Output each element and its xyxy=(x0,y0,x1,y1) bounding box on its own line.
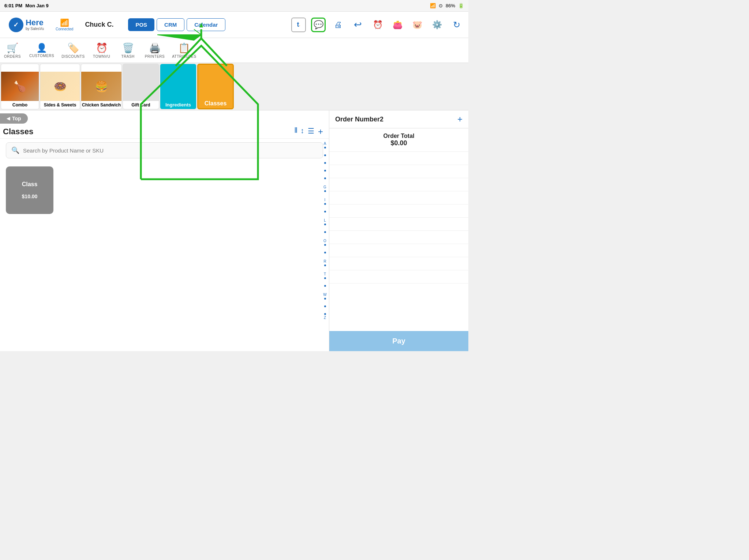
alpha-dot-13 xyxy=(324,264,326,266)
alpha-dot-17 xyxy=(324,305,326,307)
category-ingredients[interactable]: Ingredients xyxy=(160,64,196,109)
filter-icon[interactable]: ☰ xyxy=(308,127,314,137)
sort-icon[interactable]: ↕ xyxy=(300,127,304,137)
battery-display: 86% xyxy=(446,3,455,8)
discounts-icon: 🏷️ xyxy=(67,42,79,54)
order-line-7 xyxy=(329,231,468,244)
alpha-dot-11 xyxy=(324,244,326,246)
alpha-dot-3 xyxy=(324,162,326,164)
order-lines xyxy=(329,152,468,331)
receipt-icon[interactable]: 🖨 xyxy=(331,18,345,32)
category-combo-label: Combo xyxy=(1,101,39,109)
order-line-9 xyxy=(329,257,468,270)
section-tools: ||| ↕ ☰ + xyxy=(295,127,323,137)
orders-icon: 🛒 xyxy=(7,42,18,54)
toolbar-townvu[interactable]: ⏰ TOWNVU xyxy=(92,42,111,59)
date-display: Mon Jan 9 xyxy=(25,3,49,8)
customers-label: CUSTOMERS xyxy=(29,54,54,58)
main-area: Top Classes ||| ↕ ☰ + 🔍 Class $10.00 A B xyxy=(0,110,468,351)
alpha-dot-9 xyxy=(324,223,326,225)
alpha-dot-8 xyxy=(324,211,326,213)
wifi-indicator: 📶 xyxy=(430,3,436,8)
tab-calendar[interactable]: Calendar xyxy=(187,18,225,31)
attributes-icon: 📋 xyxy=(178,42,190,54)
alpha-dot-5 xyxy=(324,177,326,179)
piggy-icon[interactable]: 🐷 xyxy=(410,18,424,32)
customers-icon: 👤 xyxy=(36,43,47,53)
category-ingredients-label: Ingredients xyxy=(160,101,196,109)
t-icon[interactable]: t. xyxy=(291,18,306,32)
alpha-Z[interactable]: Z xyxy=(324,316,326,320)
alpha-G[interactable]: G xyxy=(323,185,326,189)
order-line-6 xyxy=(329,218,468,231)
townvu-label: TOWNVU xyxy=(93,55,110,59)
settings-icon[interactable]: ⚙️ xyxy=(430,18,444,32)
toolbar: 🛒 ORDERS 👤 CUSTOMERS 🏷️ DISCOUNTS ⏰ TOWN… xyxy=(0,38,468,63)
tab-crm[interactable]: CRM xyxy=(157,18,184,31)
category-classes[interactable]: Classes xyxy=(197,64,234,109)
toolbar-printers[interactable]: 🖨️ PRINTERS xyxy=(145,42,165,59)
category-chicken[interactable]: 🍔 Chicken Sandwich xyxy=(81,64,122,109)
alpha-dot-10 xyxy=(324,231,326,233)
order-header: Order Number2 + xyxy=(329,110,468,128)
products-grid: Class $10.00 xyxy=(0,162,329,218)
logo-area: ✓ Here by SalesVu xyxy=(4,18,48,32)
battery-icon: 🔋 xyxy=(458,3,464,8)
toolbar-attributes[interactable]: 📋 ATTRIBUTES xyxy=(172,42,196,59)
alpha-L[interactable]: L xyxy=(324,218,326,223)
alpha-A[interactable]: A xyxy=(324,142,326,146)
order-total-value: $0.00 xyxy=(334,139,464,147)
alarm-icon[interactable]: ⏰ xyxy=(370,18,385,32)
category-combo[interactable]: 🍗 Combo xyxy=(1,64,39,109)
order-line-8 xyxy=(329,244,468,257)
toolbar-trash[interactable]: 🗑️ TRASH xyxy=(119,42,138,59)
discounts-label: DISCOUNTS xyxy=(61,55,85,59)
alpha-W[interactable]: W xyxy=(323,293,326,297)
search-bar[interactable]: 🔍 xyxy=(6,142,323,158)
townvu-icon: ⏰ xyxy=(96,42,108,54)
order-line-1 xyxy=(329,152,468,165)
category-giftcard[interactable]: Gift Card xyxy=(123,64,159,109)
time-display: 6:01 PM xyxy=(4,3,22,8)
product-class-name: Class xyxy=(22,181,38,188)
message-icon[interactable]: 💬 xyxy=(311,18,326,32)
refresh-icon[interactable]: ↻ xyxy=(449,18,464,32)
toolbar-orders[interactable]: 🛒 ORDERS xyxy=(3,42,22,59)
section-title: Classes xyxy=(3,127,33,136)
wallet-icon[interactable]: 👛 xyxy=(390,18,405,32)
alpha-I[interactable]: I xyxy=(325,198,326,202)
toolbar-customers[interactable]: 👤 CUSTOMERS xyxy=(29,43,54,58)
alpha-dot-6 xyxy=(324,190,326,192)
top-button[interactable]: Top xyxy=(0,113,28,124)
nav-tabs: POS CRM Calendar xyxy=(128,18,225,31)
alpha-O[interactable]: O xyxy=(323,239,326,243)
orders-label: ORDERS xyxy=(4,55,21,59)
left-panel: Top Classes ||| ↕ ☰ + 🔍 Class $10.00 A B xyxy=(0,110,329,351)
tab-pos[interactable]: POS xyxy=(128,18,154,31)
undo-icon[interactable]: ↩ xyxy=(351,18,365,32)
section-header: Classes ||| ↕ ☰ + xyxy=(0,125,329,139)
alpha-dot-4 xyxy=(324,170,326,172)
header-icons: t. 💬 🖨 ↩ ⏰ 👛 🐷 ⚙️ ↻ xyxy=(291,18,464,32)
category-sides[interactable]: 🍩 Sides & Sweets xyxy=(40,64,80,109)
category-classes-label: Classes xyxy=(198,99,233,108)
status-bar: 6:01 PM Mon Jan 9 📶 ⊙ 86% 🔋 xyxy=(0,0,468,12)
search-input[interactable] xyxy=(23,147,318,154)
trash-label: TRASH xyxy=(121,55,134,59)
alpha-T[interactable]: T xyxy=(324,272,326,277)
toolbar-discounts[interactable]: 🏷️ DISCOUNTS xyxy=(61,42,85,59)
order-line-4 xyxy=(329,191,468,204)
product-class-price: $10.00 xyxy=(22,193,38,199)
pay-button[interactable]: Pay xyxy=(329,331,468,351)
alpha-R[interactable]: R xyxy=(323,259,326,264)
search-icon: 🔍 xyxy=(11,146,19,154)
product-class[interactable]: Class $10.00 xyxy=(6,166,53,214)
connection-status: Connected xyxy=(56,27,73,31)
alpha-dot-15 xyxy=(324,285,326,287)
add-order-button[interactable]: + xyxy=(457,114,462,124)
barcode-icon[interactable]: ||| xyxy=(295,127,297,137)
alpha-dot-12 xyxy=(324,252,326,253)
order-line-5 xyxy=(329,204,468,218)
logo-check: ✓ xyxy=(9,18,23,32)
order-title: Order Number2 xyxy=(335,116,383,123)
